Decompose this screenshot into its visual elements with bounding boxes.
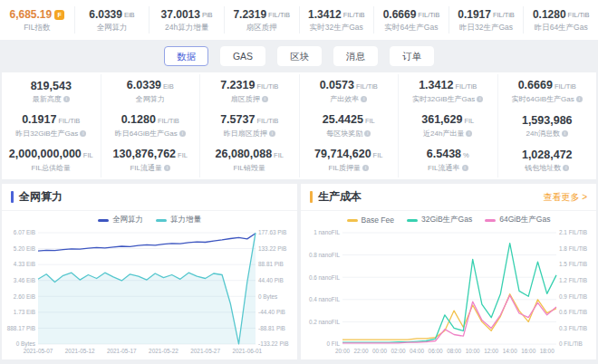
- info-icon[interactable]: i: [179, 130, 186, 137]
- info-icon[interactable]: i: [562, 130, 568, 137]
- stat-label: 昨日64GiB生产Gas: [115, 129, 178, 138]
- stat-unit: FIL: [373, 149, 383, 161]
- stat-unit: FIL/TiB: [455, 81, 477, 92]
- stat-label: 实时32GiB生产Gas: [412, 95, 475, 103]
- topbar-value: 1.3412: [308, 9, 342, 21]
- stat-value: 0.0573: [320, 80, 354, 91]
- svg-text:2021-05-22: 2021-05-22: [149, 348, 178, 354]
- stat-unit: FIL: [464, 115, 474, 127]
- stat-sector-pledge: 7.2319FIL/TiB 扇区质押i: [200, 74, 300, 109]
- info-icon[interactable]: i: [364, 130, 371, 137]
- svg-text:08:00: 08:00: [447, 348, 461, 354]
- topbar-unit: FIL/TiB: [568, 9, 590, 21]
- stat-value: 2,000,000,000: [9, 148, 82, 160]
- stat-value: 7.2319: [220, 80, 255, 91]
- stat-unit: FIL/TiB: [158, 115, 179, 127]
- svg-text:0.6 FIL/TiB: 0.6 FIL/TiB: [559, 309, 587, 315]
- stat-pledged: 79,714,620FIL FIL质押量i: [300, 143, 400, 177]
- stat-24h-output: 361,629FIL 近24h产出量i: [399, 109, 498, 143]
- stat-label: 最新高度: [33, 95, 62, 103]
- legend-item-power-increment[interactable]: 算力增量: [156, 215, 201, 225]
- info-icon[interactable]: i: [362, 165, 369, 171]
- stat-value: 0.6669: [518, 80, 553, 91]
- chart-title: 生产成本: [318, 189, 362, 205]
- info-icon[interactable]: i: [164, 165, 170, 171]
- svg-text:14:00: 14:00: [503, 348, 517, 354]
- stat-value: 25.4425: [323, 114, 363, 126]
- tab-blocks[interactable]: 区块: [277, 46, 322, 66]
- legend-item-64g-gas[interactable]: 64GiB生产Gas: [485, 215, 550, 225]
- topbar-label: 24h算力增量: [165, 24, 208, 32]
- legend-item-base-fee[interactable]: Base Fee: [347, 216, 394, 225]
- charts-row: 全网算力 全网算力 算力增量 6.07 EiB5.20 EiB4.33 EiB3…: [2, 184, 596, 359]
- svg-text:2.60 EiB: 2.60 EiB: [14, 293, 35, 300]
- topbar-value: 0.6669: [383, 9, 417, 21]
- stat-value: 6.5438: [427, 148, 461, 160]
- stat-rt-64-gas: 0.6669FIL/TiB 实时64GiB生产Gasi: [498, 74, 597, 109]
- svg-text:2.1 FIL/TiB: 2.1 FIL/TiB: [559, 229, 587, 235]
- info-icon[interactable]: i: [563, 165, 569, 171]
- stat-block-reward: 25.4425FIL 每区块奖励i: [300, 109, 400, 143]
- legend-label: 全网算力: [112, 215, 143, 225]
- production-cost-chart-canvas: 1 nanoFIL0.8 nanoFIL0.6 nanoFIL0.4 nanoF…: [303, 227, 594, 356]
- chart-title: 全网算力: [19, 189, 63, 205]
- stat-unit: FIL/TiB: [356, 81, 378, 92]
- svg-text:22:00: 22:00: [354, 348, 369, 354]
- legend-label: 算力增量: [170, 215, 201, 225]
- tab-gas[interactable]: GAS: [220, 46, 265, 66]
- svg-text:1.2 FIL/TiB: 1.2 FIL/TiB: [559, 277, 587, 283]
- svg-text:0.8 nanoFIL: 0.8 nanoFIL: [309, 252, 341, 258]
- stat-value: 361,629: [421, 114, 462, 126]
- svg-text:04:00: 04:00: [410, 348, 424, 354]
- stat-label: FIL总供给量: [31, 164, 71, 172]
- topbar-label: 实时32生产Gas: [310, 24, 363, 32]
- stat-value: 6.0339: [127, 80, 161, 91]
- legend-item-network-power[interactable]: 全网算力: [98, 215, 143, 225]
- stat-label: 全网算力: [136, 95, 165, 103]
- tab-messages[interactable]: 消息: [333, 46, 378, 66]
- svg-text:0 Bytes: 0 Bytes: [258, 293, 277, 301]
- info-icon[interactable]: i: [361, 96, 367, 102]
- stat-unit: FIL/TiB: [58, 115, 80, 127]
- topbar-unit: FIL/TiB: [343, 9, 365, 21]
- topbar-unit: FIL/TiB: [418, 9, 439, 21]
- svg-text:133.22 PiB: 133.22 PiB: [258, 245, 286, 252]
- topbar-label: 昨日64生产Gas: [535, 24, 588, 32]
- info-icon[interactable]: i: [269, 130, 275, 137]
- info-icon[interactable]: i: [63, 96, 70, 102]
- legend-dash: [407, 219, 418, 222]
- svg-text:5.20 EiB: 5.20 EiB: [14, 245, 35, 252]
- stat-label: 24h消息数: [526, 129, 560, 138]
- legend-dash: [347, 219, 358, 222]
- svg-text:00:00: 00:00: [372, 348, 387, 354]
- svg-text:10:00: 10:00: [466, 348, 480, 354]
- stat-24h-messages: 1,593,986 24h消息数i: [498, 109, 597, 143]
- tab-data[interactable]: 数据: [164, 46, 208, 66]
- stat-unit: FIL: [83, 149, 93, 161]
- stat-latest-height: 819,543 最新高度i: [2, 74, 101, 109]
- topbar-yd64-gas: 0.1280FIL/TiB 昨日64生产Gas: [524, 6, 598, 34]
- info-icon[interactable]: i: [80, 130, 86, 137]
- info-icon[interactable]: i: [576, 96, 583, 102]
- info-icon[interactable]: i: [477, 96, 483, 102]
- topbar-value: 0.1917: [458, 9, 491, 21]
- svg-text:16:00: 16:00: [521, 348, 535, 354]
- title-accent-bar: [310, 191, 313, 203]
- stat-unit: FIL/TiB: [555, 81, 576, 92]
- stat-value: 0.1280: [121, 114, 156, 126]
- stats-row-1: 819,543 最新高度i 6.0339EiB 全网算力 7.2319FIL/T…: [2, 74, 596, 109]
- svg-text:02:00: 02:00: [391, 348, 406, 354]
- stat-rt-32-gas: 1.3412FIL/TiB 实时32GiB生产Gasi: [399, 74, 498, 109]
- view-more-link[interactable]: 查看更多 >: [543, 191, 587, 204]
- info-icon[interactable]: i: [262, 96, 268, 102]
- svg-text:88.81 PiB: 88.81 PiB: [258, 261, 284, 267]
- info-icon[interactable]: i: [466, 130, 472, 137]
- stat-label: FIL销毁量: [233, 164, 265, 172]
- stat-network-power: 6.0339EiB 全网算力: [101, 74, 201, 109]
- chart-card-production-cost: 生产成本 查看更多 > Base Fee 32GiB生产Gas 64GiB生产G…: [301, 184, 596, 359]
- topbar-yd32-gas: 0.1917FIL/TiB 昨日32生产Gas: [449, 6, 525, 34]
- info-icon[interactable]: i: [462, 165, 468, 171]
- legend-item-32g-gas[interactable]: 32GiB生产Gas: [407, 215, 472, 225]
- svg-text:20:00: 20:00: [335, 348, 350, 354]
- tab-orders[interactable]: 订单: [390, 46, 434, 66]
